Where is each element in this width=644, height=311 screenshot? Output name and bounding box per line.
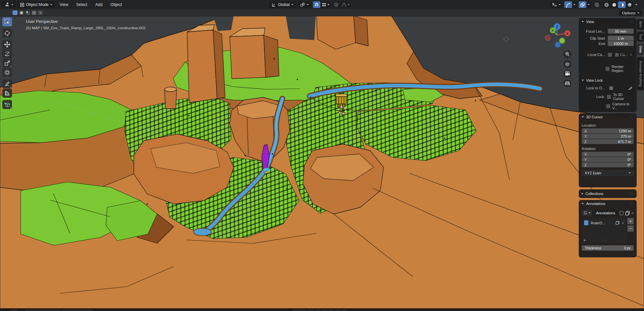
clear-icon[interactable]: ×	[630, 53, 632, 57]
menu-view[interactable]: View	[57, 2, 71, 7]
tool-scale[interactable]	[2, 59, 12, 68]
clip-end-field[interactable]: 10000 m	[608, 41, 634, 46]
cursor-location-z[interactable]: Z 471.7 m	[582, 139, 634, 144]
tool-measure[interactable]	[2, 89, 12, 98]
local-camera-checkbox[interactable]	[608, 53, 612, 57]
thickness-slider[interactable]: Thickness 3 px	[582, 245, 634, 251]
sidebar-tab-item[interactable]: Item	[637, 19, 644, 30]
annotation-layers-list[interactable]: RulerD... ∨ ▶ ::::	[582, 218, 626, 243]
camera-to-view-checkbox[interactable]	[606, 104, 610, 108]
object-visibility-dropdown[interactable]	[550, 1, 562, 8]
annotation-datablock-dropdown[interactable]	[582, 210, 592, 216]
tool-select-box[interactable]	[2, 17, 12, 26]
show-gizmo-toggle[interactable]	[564, 1, 572, 8]
panel-3d-cursor-header[interactable]: 3D Cursor ::::	[579, 113, 637, 121]
timeline-tab-partial[interactable]	[25, 310, 60, 311]
remove-layer-button[interactable]: −	[627, 225, 634, 232]
cursor-location-y[interactable]: Y 270 m	[582, 134, 634, 139]
shading-solid-button[interactable]	[610, 1, 618, 8]
layer-color-swatch[interactable]	[584, 220, 589, 226]
play-button-partial[interactable]	[328, 310, 334, 311]
list-expand-icon[interactable]: ▶	[584, 239, 586, 242]
gizmo-y-neg[interactable]	[559, 38, 565, 44]
to-3d-cursor-checkbox[interactable]	[607, 95, 611, 99]
cursor-rotation-x[interactable]: X 0°	[582, 152, 634, 157]
fake-user-shield-icon[interactable]	[619, 211, 624, 216]
panel-grip-icon[interactable]: ::::	[629, 21, 634, 22]
menu-object[interactable]: Object	[108, 2, 125, 7]
eyedropper-icon[interactable]	[628, 86, 632, 90]
snap-settings-dropdown[interactable]	[320, 1, 331, 8]
timeline-editor-button-partial[interactable]	[11, 310, 18, 311]
proportional-falloff-dropdown[interactable]	[340, 1, 351, 8]
tool-rotate[interactable]	[2, 49, 12, 58]
focal-length-field[interactable]: 50 mm	[608, 29, 634, 34]
unlink-icon[interactable]: ×	[631, 211, 634, 216]
panel-grip-icon[interactable]: ::::	[629, 116, 634, 118]
next-keyframe-button-partial[interactable]	[335, 310, 341, 311]
snap-toggle[interactable]	[313, 1, 320, 8]
perspective-toggle-button[interactable]	[563, 79, 571, 87]
sidebar-tab-tool[interactable]: Tool	[637, 32, 644, 42]
menu-select[interactable]: Select	[73, 2, 90, 7]
copy-datablock-icon[interactable]	[625, 211, 630, 216]
select-mode-subtract[interactable]	[25, 10, 30, 15]
chevron-down-icon[interactable]: ∨	[622, 221, 624, 225]
render-region-checkbox[interactable]	[605, 67, 610, 71]
panel-view-header[interactable]: View ::::	[579, 18, 637, 25]
select-mode-intersect[interactable]	[38, 10, 43, 15]
panel-collections-header[interactable]: Collections ::::	[579, 189, 637, 198]
play-reverse-button-partial[interactable]	[322, 310, 327, 311]
options-dropdown[interactable]: Options	[619, 10, 642, 16]
cursor-rotation-y[interactable]: Y 0°	[582, 157, 634, 162]
lock-to-object-field[interactable]	[608, 85, 634, 91]
panel-annotations-header[interactable]: Annotations ::::	[579, 200, 637, 207]
add-layer-button[interactable]: +	[627, 218, 634, 224]
prev-keyframe-button-partial[interactable]	[315, 310, 321, 311]
jump-start-button-partial[interactable]	[308, 310, 314, 311]
shading-rendered-button[interactable]	[626, 1, 633, 8]
panel-view-lock-header[interactable]: View Lock	[579, 77, 637, 84]
shading-dropdown[interactable]	[635, 4, 637, 5]
annotation-name-field[interactable]: Annotations	[593, 210, 618, 216]
gizmo-z-neg[interactable]	[555, 42, 561, 48]
zoom-view-button[interactable]	[563, 50, 571, 58]
clip-start-field[interactable]: 1 m	[608, 36, 634, 41]
pivot-point-dropdown[interactable]	[298, 1, 311, 8]
sidebar-tab-animate-anything[interactable]: Animate Anything	[637, 57, 644, 90]
annotation-layer-row[interactable]: RulerD... ∨	[582, 218, 626, 226]
jump-end-button-partial[interactable]	[342, 310, 347, 311]
show-overlays-toggle[interactable]	[579, 1, 586, 8]
overlays-dropdown[interactable]	[586, 1, 591, 8]
tool-add-primitive[interactable]	[2, 100, 12, 109]
gizmo-x-neg[interactable]	[545, 36, 550, 41]
cursor-location-x[interactable]: X 1290 m	[582, 128, 634, 133]
cursor-rotation-z[interactable]: Z 0°	[582, 162, 634, 167]
select-mode-invert[interactable]	[31, 10, 37, 15]
local-camera-field[interactable]: Ca... ×	[613, 52, 634, 57]
tool-move[interactable]	[2, 40, 12, 49]
panel-grip-icon[interactable]: ::::	[629, 203, 634, 204]
tool-transform[interactable]	[2, 68, 12, 77]
rotation-mode-dropdown[interactable]: XYZ Euler	[582, 170, 634, 176]
pan-view-button[interactable]	[563, 60, 571, 68]
select-mode-set[interactable]	[12, 10, 18, 15]
timeline-tab-partial[interactable]	[61, 310, 93, 311]
editor-type-dropdown[interactable]	[2, 1, 16, 8]
shading-material-button[interactable]	[618, 1, 626, 8]
select-mode-extend[interactable]	[19, 10, 24, 15]
proportional-editing-toggle[interactable]	[333, 1, 340, 8]
frame-field-partial[interactable]	[292, 310, 306, 311]
list-grip-icon[interactable]: ::::	[603, 240, 607, 241]
xray-toggle[interactable]	[593, 1, 601, 8]
transform-orientation-dropdown[interactable]: Global	[269, 1, 296, 8]
tool-annotate[interactable]	[2, 79, 12, 88]
gizmo-dropdown[interactable]	[572, 1, 577, 8]
tool-cursor[interactable]	[2, 29, 12, 38]
sidebar-tab-view[interactable]: View	[637, 44, 644, 55]
layer-duplicate-icon[interactable]	[615, 221, 620, 225]
mode-dropdown[interactable]: Object Mode	[18, 1, 55, 8]
shading-wireframe-button[interactable]	[603, 1, 610, 8]
panel-grip-icon[interactable]: ::::	[629, 193, 634, 194]
menu-add[interactable]: Add	[92, 2, 105, 7]
